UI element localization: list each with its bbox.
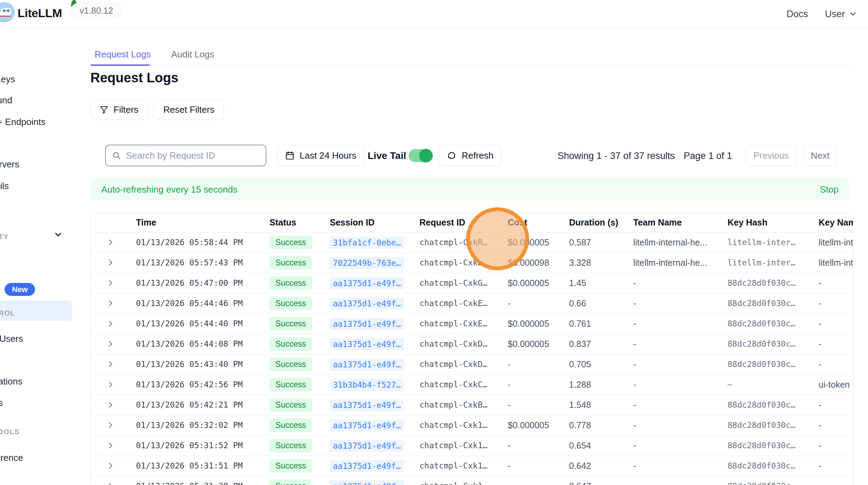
cell-request-id: chatcmpl-CxkR… [419, 232, 508, 252]
previous-page-button[interactable]: Previous [746, 146, 797, 166]
cell-cost: $0.000005 [508, 415, 569, 435]
cell-key-name: ui-token [819, 374, 853, 395]
cell-time: 01/13/2026 05:44:40 PM [136, 313, 269, 334]
expand-row-chevron-icon[interactable] [91, 238, 136, 247]
cell-key-hash: 88dc28d0f030c… [727, 456, 819, 476]
request-logs-screen: LiteLLM v1.80.12 Docs User Keys und + En… [0, 0, 868, 485]
cell-key-name: - [819, 435, 853, 456]
cell-duration: 0.66 [569, 293, 633, 313]
status-badge: Success [269, 398, 312, 412]
cell-cost: - [508, 374, 569, 395]
expand-row-chevron-icon[interactable] [91, 340, 136, 348]
status-badge: Success [269, 459, 312, 473]
sidebar-item-guardrails[interactable]: ils [0, 181, 9, 192]
version-badge: v1.80.12 [71, 3, 122, 18]
expand-row-chevron-icon[interactable] [91, 360, 136, 368]
header-duration: Duration (s) [569, 213, 633, 232]
cell-request-id: chatcmpl-Cxk1… [419, 476, 508, 485]
header-team-name: Team Name [633, 213, 727, 232]
status-badge: Success [269, 276, 312, 290]
cell-team-name: - [633, 354, 727, 374]
session-id-link[interactable]: aa1375d1-e49f… [330, 460, 404, 472]
log-table-row[interactable]: 01/13/2026 05:31:38 PM Success aa1375d1-… [91, 476, 853, 485]
status-badge: Success [269, 439, 312, 452]
sidebar-item-servers[interactable]: rvers [0, 159, 19, 170]
reset-filters-button[interactable]: Reset Filters [154, 99, 224, 120]
sidebar-item-models-endpoints[interactable]: + Endpoints [0, 117, 46, 127]
session-id-link[interactable]: aa1375d1-e49f… [330, 338, 404, 350]
request-logs-table: Time Status Session ID Request ID Cost D… [90, 213, 853, 485]
log-table-row[interactable]: 01/13/2026 05:31:52 PM Success aa1375d1-… [91, 435, 853, 456]
session-id-link[interactable]: aa1375d1-e49f… [330, 318, 404, 330]
log-table-row[interactable]: 01/13/2026 05:44:46 PM Success aa1375d1-… [91, 293, 853, 313]
session-id-link[interactable]: aa1375d1-e49f… [330, 298, 404, 310]
log-table-row[interactable]: 01/13/2026 05:43:40 PM Success aa1375d1-… [91, 354, 853, 374]
page-indicator: Page 1 of 1 [684, 151, 732, 161]
user-menu[interactable]: User [825, 9, 857, 20]
sidebar-item-playground[interactable]: und [0, 95, 12, 106]
expand-row-chevron-icon[interactable] [91, 441, 136, 450]
tab-request-logs[interactable]: Request Logs [90, 49, 155, 69]
cell-request-id: chatcmpl-Cxkb… [419, 252, 508, 273]
session-id-link[interactable]: aa1375d1-e49f… [330, 480, 404, 485]
session-id-link[interactable]: aa1375d1-e49f… [330, 277, 404, 289]
log-table-row[interactable]: 01/13/2026 05:44:08 PM Success aa1375d1-… [91, 334, 853, 354]
expand-row-chevron-icon[interactable] [91, 258, 136, 267]
sidebar-item-organizations[interactable]: ations [0, 376, 22, 387]
session-id-link[interactable]: 7022549b-763e… [330, 257, 404, 269]
cell-key-hash: 88dc28d0f030c… [727, 293, 819, 313]
header-key-hash: Key Hash [727, 213, 819, 232]
log-table-row[interactable]: 01/13/2026 05:57:43 PM Success 7022549b-… [91, 252, 853, 273]
cell-request-id: chatcmpl-CxkG… [419, 273, 508, 293]
log-table-row[interactable]: 01/13/2026 05:47:00 PM Success aa1375d1-… [91, 273, 853, 293]
cell-request-id: chatcmpl-Cxk1… [419, 456, 508, 476]
tab-audit-logs[interactable]: Audit Logs [167, 49, 218, 69]
search-input[interactable] [126, 150, 259, 161]
cell-cost: $0.000005 [508, 313, 569, 334]
results-count: Showing 1 - 37 of 37 results [558, 151, 675, 161]
expand-row-chevron-icon[interactable] [91, 319, 136, 328]
session-id-link[interactable]: aa1375d1-e49f… [330, 440, 404, 452]
log-table-row[interactable]: 01/13/2026 05:58:44 PM Success 31bfa1cf-… [91, 232, 853, 252]
refresh-button[interactable]: Refresh [439, 145, 501, 166]
live-tail-toggle[interactable] [409, 149, 432, 162]
sidebar-item-keys[interactable]: Keys [0, 74, 15, 85]
time-range-button[interactable]: Last 24 Hours [277, 145, 364, 166]
sidebar-collapse-chevron-icon[interactable] [53, 230, 63, 240]
session-id-link[interactable]: 31bfa1cf-0ebe… [330, 237, 404, 249]
expand-row-chevron-icon[interactable] [91, 380, 136, 389]
session-id-link[interactable]: aa1375d1-e49f… [330, 399, 404, 411]
next-page-button[interactable]: Next [804, 146, 836, 166]
expand-row-chevron-icon[interactable] [91, 279, 136, 287]
log-table-row[interactable]: 01/13/2026 05:42:56 PM Success 31b3b4b4-… [91, 374, 853, 395]
sidebar-item-internal-users[interactable]: Users [0, 333, 23, 344]
cell-request-id: chatcmpl-CxkB… [419, 395, 508, 415]
status-badge: Success [269, 378, 312, 392]
sidebar-item-teams[interactable]: s [0, 397, 3, 408]
log-table-row[interactable]: 01/13/2026 05:42:21 PM Success aa1375d1-… [91, 395, 853, 415]
expand-row-chevron-icon[interactable] [91, 421, 136, 429]
request-id-search[interactable] [105, 145, 266, 166]
log-table-row[interactable]: 01/13/2026 05:31:51 PM Success aa1375d1-… [91, 456, 853, 476]
sidebar-item-reference[interactable]: erence [0, 452, 23, 463]
session-id-link[interactable]: 31b3b4b4-f527… [330, 379, 404, 391]
session-id-link[interactable]: aa1375d1-e49f… [330, 359, 404, 370]
session-id-link[interactable]: aa1375d1-e49f… [330, 420, 404, 431]
cell-key-hash: 88dc28d0f030c… [727, 354, 819, 374]
header-request-id: Request ID [419, 213, 508, 232]
expand-row-chevron-icon[interactable] [91, 299, 136, 307]
auto-refresh-banner: Auto-refreshing every 15 seconds Stop [91, 178, 849, 201]
docs-link[interactable]: Docs [786, 9, 808, 20]
filters-button[interactable]: Filters [90, 99, 148, 120]
log-table-row[interactable]: 01/13/2026 05:32:02 PM Success aa1375d1-… [91, 415, 853, 435]
cell-time: 01/13/2026 05:58:44 PM [136, 232, 269, 252]
cell-cost: - [508, 435, 569, 456]
expand-row-chevron-icon[interactable] [91, 482, 136, 485]
log-table-row[interactable]: 01/13/2026 05:44:40 PM Success aa1375d1-… [91, 313, 853, 334]
stop-auto-refresh-link[interactable]: Stop [820, 184, 839, 195]
cell-request-id: chatcmpl-Cxk1… [419, 415, 508, 435]
expand-row-chevron-icon[interactable] [91, 401, 136, 409]
expand-row-chevron-icon[interactable] [91, 462, 136, 470]
cell-cost: $0.000005 [508, 334, 569, 354]
cell-key-name: - [819, 293, 853, 313]
